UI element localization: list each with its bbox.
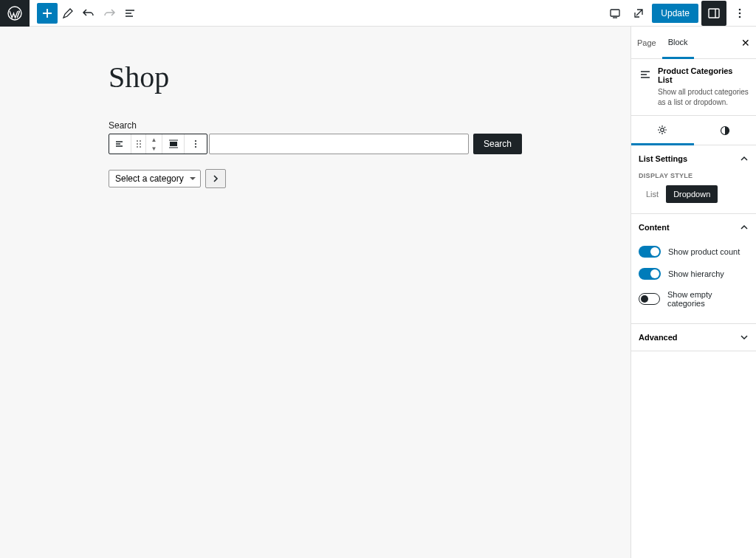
block-info-title: Product Categories List [658,66,749,84]
editor-canvas[interactable]: Shop Search ▲ ▼ [0,27,630,558]
edit-mode-button[interactable] [58,0,78,27]
view-button[interactable] [605,0,625,27]
category-go-button[interactable] [205,169,226,188]
drag-handle[interactable] [131,134,146,154]
document-overview-button[interactable] [120,0,140,27]
redo-button[interactable] [99,0,120,27]
display-style-list[interactable]: List [639,185,666,203]
content-panel-title: Content [639,223,670,232]
more-options-button[interactable] [729,0,750,27]
page-title[interactable]: Shop [109,60,522,94]
toggle-label: Show empty categories [667,290,749,308]
block-toolbar: ▲ ▼ [109,134,207,154]
move-up-button[interactable]: ▲ [146,135,162,144]
svg-rect-2 [709,9,719,18]
display-style-dropdown[interactable]: Dropdown [666,185,718,203]
svg-point-7 [140,140,141,142]
list-settings-title: List Settings [639,154,687,163]
block-more-button[interactable] [185,134,207,154]
category-select[interactable]: Select a category [109,170,201,187]
move-down-button[interactable]: ▼ [146,144,162,153]
list-settings-panel-header[interactable]: List Settings [631,145,756,172]
svg-point-10 [137,146,138,148]
svg-point-5 [739,16,741,18]
toggle-label: Show product count [668,247,740,256]
advanced-panel-header[interactable]: Advanced [631,324,756,351]
svg-point-4 [739,12,741,14]
block-info-description: Show all product categories as a list or… [658,87,749,108]
advanced-panel-title: Advanced [639,333,678,342]
close-sidebar-button[interactable]: ✕ [741,37,750,49]
gear-icon [656,124,668,136]
preview-external-button[interactable] [628,0,649,27]
toggle-show-hierarchy[interactable] [639,268,661,280]
settings-tab[interactable] [631,116,694,145]
svg-point-9 [140,143,141,145]
search-label: Search [109,120,522,131]
undo-button[interactable] [78,0,99,27]
content-panel-header[interactable]: Content [631,214,756,241]
svg-rect-1 [611,10,619,16]
search-button[interactable]: Search [473,134,522,154]
toggle-label: Show hierarchy [668,269,724,278]
svg-point-11 [140,146,141,148]
toggle-show-empty[interactable] [639,293,660,305]
chevron-down-icon [740,333,749,342]
display-style-label: Display Style [639,172,749,179]
svg-point-15 [195,146,196,148]
svg-point-14 [195,143,196,145]
top-toolbar: Update [0,0,756,27]
svg-point-6 [137,140,138,142]
search-input[interactable] [209,134,469,154]
tab-page[interactable]: Page [631,27,662,58]
chevron-up-icon [740,223,749,232]
block-type-button[interactable] [109,134,131,154]
add-block-button[interactable] [37,3,58,24]
svg-point-16 [661,128,664,131]
contrast-icon [719,125,731,137]
chevron-up-icon [740,154,749,163]
update-button[interactable]: Update [652,4,698,23]
block-icon [639,66,652,108]
tab-block[interactable]: Block [662,27,694,59]
svg-point-8 [137,143,138,145]
svg-rect-12 [170,142,177,146]
settings-sidebar: Page Block ✕ Product Categories List Sho… [630,27,756,558]
svg-point-3 [739,8,741,10]
align-button[interactable] [162,134,185,154]
svg-point-13 [195,140,196,142]
wordpress-logo[interactable] [0,0,30,27]
toggle-show-product-count[interactable] [639,246,661,258]
styles-tab[interactable] [694,116,757,145]
sidebar-toggle-button[interactable] [701,1,726,26]
